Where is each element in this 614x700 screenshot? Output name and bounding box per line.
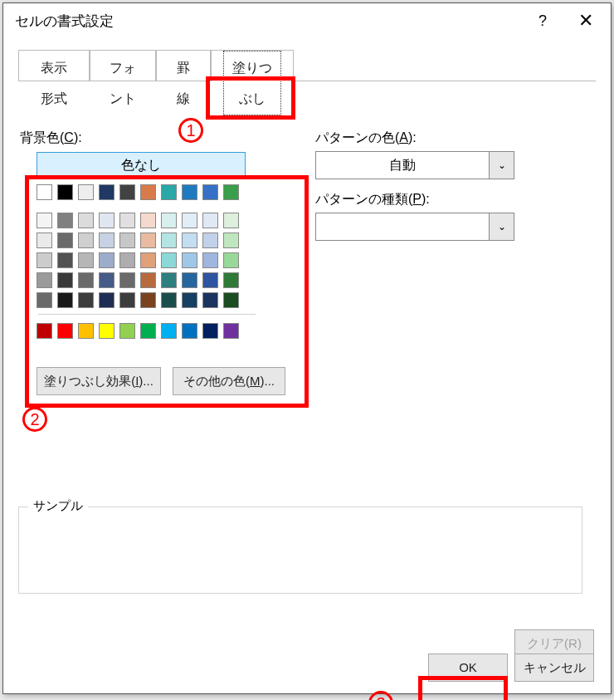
label-text: ):: [74, 130, 82, 144]
color-swatch[interactable]: [182, 252, 197, 268]
tab-fill[interactable]: 塗りつぶし: [211, 50, 294, 81]
tab-number-format[interactable]: 表示形式: [18, 50, 90, 81]
color-swatch[interactable]: [78, 233, 94, 248]
sample-frame: [18, 507, 582, 594]
color-swatch[interactable]: [140, 184, 156, 200]
color-swatch[interactable]: [223, 272, 239, 288]
cancel-button[interactable]: キャンセル: [514, 653, 594, 682]
color-swatch[interactable]: [140, 213, 156, 228]
color-swatch[interactable]: [99, 272, 115, 288]
color-swatch[interactable]: [182, 292, 197, 308]
palette-row: [37, 213, 257, 229]
color-swatch[interactable]: [140, 292, 156, 308]
color-swatch[interactable]: [57, 323, 73, 339]
color-swatch[interactable]: [37, 233, 52, 248]
color-swatch[interactable]: [202, 233, 218, 248]
color-swatch[interactable]: [202, 292, 218, 308]
color-swatch[interactable]: [119, 252, 135, 268]
pattern-type-dropdown[interactable]: ⌄: [315, 213, 514, 241]
close-button[interactable]: ✕: [564, 5, 607, 37]
color-swatch[interactable]: [57, 292, 73, 308]
ok-button[interactable]: OK: [428, 653, 508, 682]
color-palette: [37, 184, 257, 343]
color-swatch[interactable]: [223, 292, 239, 308]
no-color-button[interactable]: 色なし: [37, 152, 246, 179]
color-swatch[interactable]: [161, 252, 177, 268]
color-swatch[interactable]: [140, 272, 156, 288]
color-swatch[interactable]: [99, 252, 115, 268]
color-swatch[interactable]: [37, 213, 52, 228]
color-swatch[interactable]: [99, 292, 115, 308]
color-swatch[interactable]: [182, 184, 197, 200]
help-button[interactable]: ?: [521, 5, 564, 37]
color-swatch[interactable]: [119, 272, 135, 288]
fill-effects-button[interactable]: 塗りつぶし効果(I)...: [37, 367, 161, 395]
color-swatch[interactable]: [161, 323, 177, 339]
color-swatch[interactable]: [140, 252, 156, 268]
color-swatch[interactable]: [182, 323, 197, 339]
color-swatch[interactable]: [99, 323, 115, 339]
color-swatch[interactable]: [161, 184, 177, 200]
button-accel: M: [250, 374, 261, 388]
color-swatch[interactable]: [78, 272, 94, 288]
color-swatch[interactable]: [223, 252, 239, 268]
color-swatch[interactable]: [119, 323, 135, 339]
color-swatch[interactable]: [223, 213, 239, 228]
color-swatch[interactable]: [119, 184, 135, 200]
chevron-down-icon[interactable]: ⌄: [489, 213, 514, 240]
color-swatch[interactable]: [57, 252, 73, 268]
color-swatch[interactable]: [37, 272, 52, 288]
color-swatch[interactable]: [202, 323, 218, 339]
color-swatch[interactable]: [99, 233, 115, 248]
palette-row: [37, 233, 257, 249]
color-swatch[interactable]: [182, 272, 197, 288]
label-accel: C: [64, 130, 74, 144]
color-swatch[interactable]: [182, 233, 197, 248]
color-swatch[interactable]: [223, 184, 239, 200]
color-swatch[interactable]: [119, 292, 135, 308]
color-swatch[interactable]: [37, 252, 52, 268]
color-swatch[interactable]: [57, 233, 73, 248]
color-swatch[interactable]: [57, 184, 73, 200]
label-background-color: 背景色(C):: [20, 130, 82, 147]
color-swatch[interactable]: [99, 213, 115, 228]
more-colors-button[interactable]: その他の色(M)...: [173, 367, 285, 395]
dialog-title: セルの書式設定: [15, 12, 521, 31]
color-swatch[interactable]: [161, 272, 177, 288]
color-swatch[interactable]: [119, 213, 135, 228]
color-swatch[interactable]: [223, 233, 239, 248]
color-swatch[interactable]: [57, 272, 73, 288]
format-cells-dialog: セルの書式設定 ? ✕ 表示形式 フォント 罫線 塗りつぶし 背景色(C): 色…: [2, 2, 612, 694]
pattern-color-dropdown[interactable]: 自動 ⌄: [315, 151, 514, 179]
tab-label: 罫線: [168, 51, 198, 115]
color-swatch[interactable]: [78, 292, 94, 308]
color-swatch[interactable]: [78, 213, 94, 228]
dropdown-value: 自動: [316, 157, 489, 174]
color-swatch[interactable]: [202, 184, 218, 200]
color-swatch[interactable]: [78, 323, 94, 339]
color-swatch[interactable]: [202, 252, 218, 268]
label-text: パターンの色(: [315, 130, 399, 144]
color-swatch[interactable]: [182, 213, 197, 228]
color-swatch[interactable]: [119, 233, 135, 248]
color-swatch[interactable]: [161, 213, 177, 228]
color-swatch[interactable]: [78, 184, 94, 200]
color-swatch[interactable]: [202, 213, 218, 228]
tab-border[interactable]: 罫線: [156, 50, 211, 81]
color-swatch[interactable]: [202, 272, 218, 288]
color-swatch[interactable]: [161, 292, 177, 308]
color-swatch[interactable]: [140, 323, 156, 339]
color-swatch[interactable]: [161, 233, 177, 248]
button-label: その他の色(: [183, 374, 250, 388]
chevron-down-icon[interactable]: ⌄: [489, 152, 514, 179]
color-swatch[interactable]: [37, 323, 52, 339]
color-swatch[interactable]: [99, 184, 115, 200]
button-label: )...: [139, 374, 154, 388]
color-swatch[interactable]: [223, 323, 239, 339]
color-swatch[interactable]: [140, 233, 156, 248]
color-swatch[interactable]: [37, 292, 52, 308]
color-swatch[interactable]: [78, 252, 94, 268]
tab-font[interactable]: フォント: [90, 50, 156, 81]
color-swatch[interactable]: [57, 213, 73, 228]
color-swatch[interactable]: [37, 184, 52, 200]
